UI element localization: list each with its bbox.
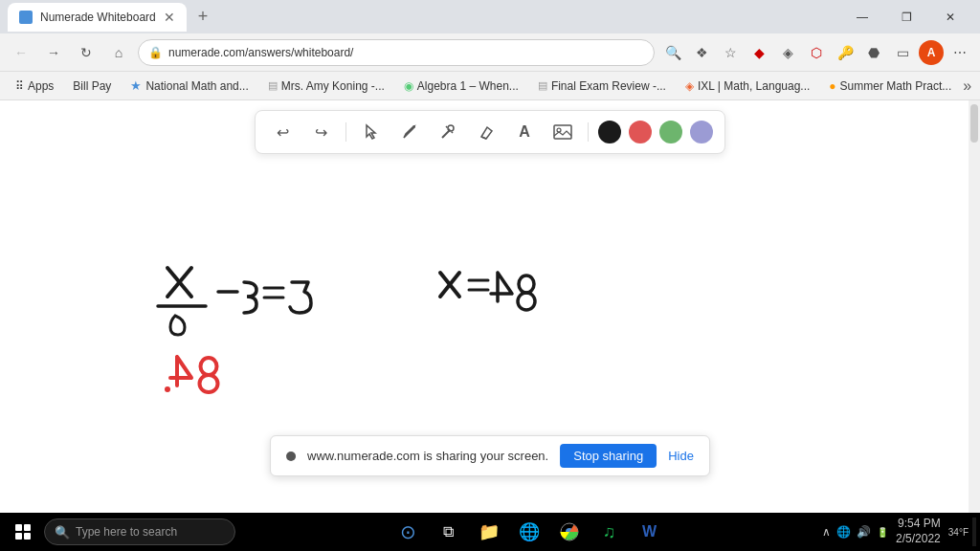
favorites-icon[interactable]: ☆ xyxy=(718,40,743,65)
bookmarks-overflow[interactable]: » xyxy=(963,77,971,95)
color-green-button[interactable] xyxy=(659,121,682,143)
scrollbar[interactable] xyxy=(969,100,980,513)
cast-icon[interactable]: ▭ xyxy=(890,40,915,65)
bookmark-amy-label: Mrs. Amy Koning -... xyxy=(281,79,385,93)
bookmark-billpay-label: Bill Pay xyxy=(73,79,111,93)
bookmark-algebra[interactable]: ◉ Algebra 1 – When... xyxy=(396,77,526,95)
taskbar-weather[interactable]: 34°F xyxy=(948,527,969,538)
taskbar-date: 2/5/2022 xyxy=(896,532,941,547)
undo-button[interactable]: ↩ xyxy=(267,117,298,147)
taskbar-clock[interactable]: 9:54 PM 2/5/2022 xyxy=(892,517,945,546)
wrench-icon xyxy=(439,123,457,141)
toolbar-divider-2 xyxy=(588,122,589,142)
title-bar: Numerade Whiteboard ✕ + — ❐ ✕ xyxy=(0,0,980,33)
windows-logo-icon xyxy=(15,524,31,540)
svg-point-21 xyxy=(200,375,218,392)
eraser-icon xyxy=(478,123,495,141)
taskbar-network-icon[interactable]: 🌐 xyxy=(836,525,851,539)
bookmark-ixl[interactable]: ◈ IXL | Math, Languag... xyxy=(678,77,817,95)
taskbar-pinned-apps: ⊙ ⧉ 📁 🌐 ♫ W xyxy=(237,513,820,551)
image-tool-button[interactable] xyxy=(547,117,578,147)
bookmark-billpay[interactable]: Bill Pay xyxy=(65,77,119,95)
select-tool-button[interactable] xyxy=(356,117,387,147)
hide-button[interactable]: Hide xyxy=(668,449,694,463)
scrollbar-thumb[interactable] xyxy=(970,104,978,143)
win-logo-cell-1 xyxy=(15,524,22,531)
bookmark-national-math[interactable]: ★ National Math and... xyxy=(122,77,256,95)
taskbar-chrome[interactable] xyxy=(550,513,589,551)
taskbar-spotify[interactable]: ♫ xyxy=(590,513,629,551)
bookmark-apps[interactable]: ⠿ Apps xyxy=(8,77,61,95)
svg-point-19 xyxy=(165,386,170,392)
svg-line-1 xyxy=(442,130,450,138)
color-red-button[interactable] xyxy=(629,121,652,143)
bookmark-national-math-icon: ★ xyxy=(130,78,142,93)
bookmark-summer-math[interactable]: ● Summer Math Pract... xyxy=(821,77,959,95)
pen-icon xyxy=(401,123,418,141)
taskbar-search[interactable]: 🔍 Type here to search xyxy=(44,518,235,545)
collections-icon[interactable]: ❖ xyxy=(689,40,714,65)
pen-tool-button[interactable] xyxy=(394,117,425,147)
bookmark-final-label: Final Exam Review -... xyxy=(551,79,666,93)
svg-line-8 xyxy=(167,268,191,297)
home-button[interactable]: ⌂ xyxy=(105,39,132,66)
minimize-button[interactable]: — xyxy=(840,0,884,33)
apps-grid-icon: ⠿ xyxy=(15,79,24,93)
stop-sharing-button[interactable]: Stop sharing xyxy=(560,444,657,468)
browser-addon5[interactable]: ⬣ xyxy=(861,40,886,65)
new-tab-button[interactable]: + xyxy=(194,3,212,31)
bookmark-apps-label: Apps xyxy=(28,79,54,93)
svg-line-4 xyxy=(481,137,486,139)
redo-button[interactable]: ↪ xyxy=(305,117,336,147)
svg-line-14 xyxy=(440,273,459,297)
toolbar-divider-1 xyxy=(345,122,346,142)
taskbar-word[interactable]: W xyxy=(631,513,669,551)
taskbar-right-area: ∧ 🌐 🔊 🔋 9:54 PM 2/5/2022 34°F xyxy=(822,517,976,546)
back-button[interactable]: ← xyxy=(8,39,34,66)
close-button[interactable]: ✕ xyxy=(928,0,972,33)
profile-avatar[interactable]: A xyxy=(919,40,944,65)
taskbar-taskview[interactable]: ⧉ xyxy=(430,513,468,551)
browser-frame: Numerade Whiteboard ✕ + — ❐ ✕ ← → ↻ ⌂ 🔒 … xyxy=(0,0,980,551)
svg-line-7 xyxy=(167,268,191,297)
browser-addon1[interactable]: ◆ xyxy=(746,40,771,65)
url-bar[interactable]: 🔒 numerade.com/answers/whiteboard/ xyxy=(138,39,655,66)
text-tool-button[interactable]: A xyxy=(509,117,540,147)
browser-addon4[interactable]: 🔑 xyxy=(833,40,858,65)
taskbar-explorer[interactable]: 📁 xyxy=(470,513,508,551)
svg-line-13 xyxy=(440,273,459,297)
browser-tab[interactable]: Numerade Whiteboard ✕ xyxy=(8,3,187,32)
bookmarks-bar: ⠿ Apps Bill Pay ★ National Math and... ▤… xyxy=(0,72,980,100)
settings-tool-button[interactable] xyxy=(433,117,463,147)
tab-close-btn[interactable]: ✕ xyxy=(164,10,175,25)
bookmark-ixl-icon: ◈ xyxy=(685,79,694,93)
url-text: numerade.com/answers/whiteboard/ xyxy=(168,46,644,59)
color-purple-button[interactable] xyxy=(690,121,713,143)
tab-favicon xyxy=(19,11,33,24)
browser-menu[interactable]: ⋯ xyxy=(947,40,972,65)
refresh-button[interactable]: ↻ xyxy=(73,39,100,66)
taskbar: 🔍 Type here to search ⊙ ⧉ 📁 🌐 ♫ W xyxy=(0,513,980,551)
bookmark-summer-icon: ● xyxy=(829,79,835,93)
eraser-tool-button[interactable] xyxy=(471,117,501,147)
taskbar-cortana[interactable]: ⊙ xyxy=(390,513,428,551)
taskbar-battery-icon[interactable]: 🔋 xyxy=(877,527,888,538)
taskbar-edge[interactable]: 🌐 xyxy=(510,513,548,551)
bookmark-amy-koning[interactable]: ▤ Mrs. Amy Koning -... xyxy=(260,77,392,95)
window-controls: — ❐ ✕ xyxy=(840,0,972,33)
browser-addon3[interactable]: ⬡ xyxy=(804,40,829,65)
taskbar-volume-icon[interactable]: 🔊 xyxy=(857,525,871,539)
bookmark-final-exam[interactable]: ▤ Final Exam Review -... xyxy=(530,77,674,95)
taskbar-up-arrow[interactable]: ∧ xyxy=(822,525,831,539)
show-desktop-button[interactable] xyxy=(972,518,976,546)
temperature-display: 34°F xyxy=(948,527,969,538)
maximize-button[interactable]: ❐ xyxy=(884,0,928,33)
color-black-button[interactable] xyxy=(598,121,621,143)
taskbar-time: 9:54 PM xyxy=(896,517,941,532)
bookmark-final-icon: ▤ xyxy=(538,79,547,92)
browser-addon2[interactable]: ◈ xyxy=(775,40,800,65)
search-icon[interactable]: 🔍 xyxy=(660,40,685,65)
start-button[interactable] xyxy=(4,513,42,551)
svg-point-3 xyxy=(448,125,454,131)
forward-button[interactable]: → xyxy=(40,39,67,66)
